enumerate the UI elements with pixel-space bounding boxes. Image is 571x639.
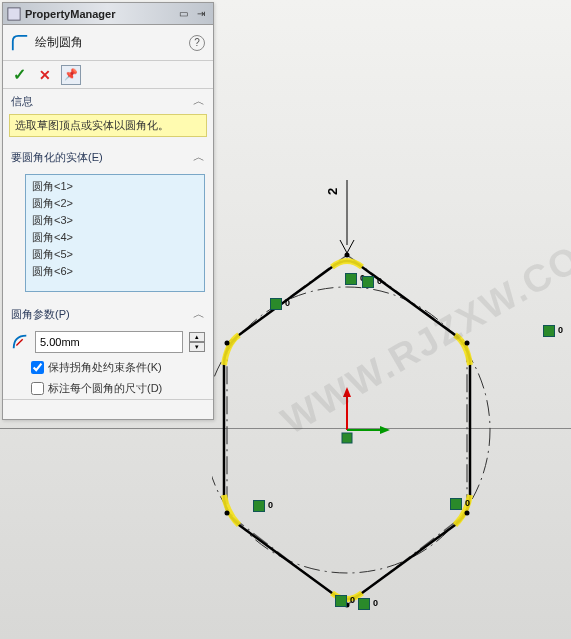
relation-badge[interactable] — [335, 595, 347, 607]
svg-point-5 — [345, 253, 350, 258]
relation-badge[interactable] — [543, 325, 555, 337]
relation-badge[interactable] — [362, 276, 374, 288]
section-entities-header[interactable]: 要圆角化的实体(E) ︿ — [3, 145, 213, 170]
property-manager-panel: PropertyManager ▭ ⇥ 绘制圆角 ? ✓ ✕ 📌 信息 ︿ 选取… — [2, 2, 214, 420]
svg-rect-15 — [342, 433, 352, 443]
radius-spinner[interactable]: ▴ ▾ — [189, 332, 205, 352]
fillet-icon — [11, 34, 29, 52]
section-info-header[interactable]: 信息 ︿ — [3, 89, 213, 114]
horizon-line — [0, 428, 571, 429]
watermark: WWW.RJZXW.COM — [274, 220, 571, 443]
ok-button[interactable]: ✓ — [9, 65, 29, 85]
svg-line-1 — [340, 240, 347, 253]
entities-listbox[interactable]: 圆角<1> 圆角<2> 圆角<3> 圆角<4> 圆角<5> 圆角<6> — [25, 174, 205, 292]
cancel-button[interactable]: ✕ — [35, 65, 55, 85]
svg-point-9 — [225, 511, 230, 516]
chevron-up-icon: ︿ — [193, 149, 205, 166]
radius-icon — [11, 333, 29, 351]
relation-badge[interactable] — [345, 273, 357, 285]
chevron-up-icon: ︿ — [193, 93, 205, 110]
action-bar: ✓ ✕ 📌 — [3, 61, 213, 89]
list-item[interactable]: 圆角<3> — [32, 212, 198, 229]
section-entities-label: 要圆角化的实体(E) — [11, 150, 103, 165]
relation-badge[interactable] — [450, 498, 462, 510]
svg-line-2 — [347, 240, 354, 253]
panel-footer — [3, 399, 213, 419]
relation-label: 0 — [285, 298, 290, 308]
section-params-header[interactable]: 圆角参数(P) ︿ — [3, 302, 213, 327]
relation-label: 0 — [558, 325, 563, 335]
spinner-up-icon[interactable]: ▴ — [189, 332, 205, 342]
info-message: 选取草图顶点或实体以圆角化。 — [9, 114, 207, 137]
relation-label: 0 — [465, 498, 470, 508]
radius-input[interactable] — [35, 331, 183, 353]
keep-corner-label: 保持拐角处约束条件(K) — [48, 360, 162, 375]
spinner-down-icon[interactable]: ▾ — [189, 342, 205, 352]
dimension-value[interactable]: 2 — [325, 188, 340, 195]
svg-rect-16 — [8, 7, 20, 19]
list-item[interactable]: 圆角<2> — [32, 195, 198, 212]
section-params-label: 圆角参数(P) — [11, 307, 70, 322]
list-item[interactable]: 圆角<1> — [32, 178, 198, 195]
chevron-up-icon: ︿ — [193, 306, 205, 323]
section-info-label: 信息 — [11, 94, 33, 109]
command-header: 绘制圆角 ? — [3, 25, 213, 61]
svg-point-7 — [465, 511, 470, 516]
keep-corner-checkbox[interactable] — [31, 361, 44, 374]
svg-point-6 — [465, 341, 470, 346]
svg-point-10 — [225, 341, 230, 346]
relation-label: 0 — [350, 595, 355, 605]
dim-each-row: 标注每个圆角的尺寸(D) — [3, 378, 213, 399]
panel-pin-icon[interactable]: ⇥ — [193, 6, 209, 22]
relation-label: 0 — [268, 500, 273, 510]
list-item[interactable]: 圆角<6> — [32, 263, 198, 280]
relation-label: 0 — [373, 598, 378, 608]
svg-point-4 — [212, 287, 490, 573]
radius-row: ▴ ▾ — [3, 327, 213, 357]
dim-each-checkbox[interactable] — [31, 382, 44, 395]
titlebar: PropertyManager ▭ ⇥ — [3, 3, 213, 25]
relation-badge[interactable] — [253, 500, 265, 512]
list-item[interactable]: 圆角<4> — [32, 229, 198, 246]
svg-marker-12 — [343, 387, 351, 397]
panel-title: PropertyManager — [25, 8, 175, 20]
dim-each-label: 标注每个圆角的尺寸(D) — [48, 381, 162, 396]
relation-badge[interactable] — [270, 298, 282, 310]
keep-visible-button[interactable]: 📌 — [61, 65, 81, 85]
help-icon[interactable]: ? — [189, 35, 205, 51]
list-item[interactable]: 圆角<5> — [32, 246, 198, 263]
svg-marker-3 — [227, 255, 467, 605]
panel-icon — [7, 7, 21, 21]
panel-split-icon[interactable]: ▭ — [175, 6, 191, 22]
sketch-geometry — [212, 175, 571, 635]
command-name: 绘制圆角 — [35, 34, 183, 51]
relation-label: 0 — [377, 276, 382, 286]
keep-corner-row: 保持拐角处约束条件(K) — [3, 357, 213, 378]
relation-badge[interactable] — [358, 598, 370, 610]
svg-line-17 — [16, 339, 22, 345]
